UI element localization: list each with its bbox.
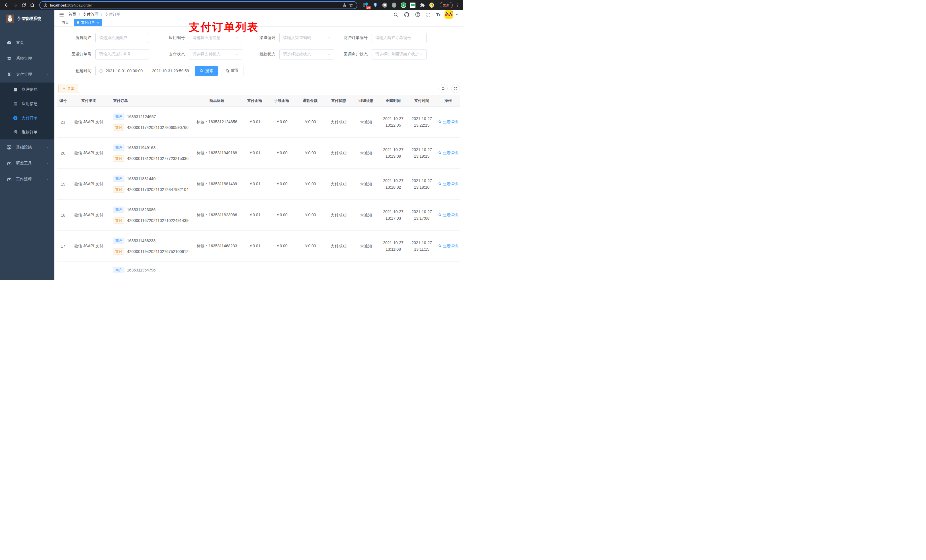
font-size-icon[interactable]: TT (436, 12, 440, 17)
sidebar-item-dev-tools[interactable]: 研发工具 (0, 155, 54, 171)
search-icon[interactable] (393, 11, 399, 18)
breadcrumb-home[interactable]: 首页 (68, 12, 76, 17)
pay-status-select[interactable]: 请选择支付状态 (189, 49, 242, 59)
view-detail-link[interactable]: 查看详情 (438, 213, 458, 218)
sidebar-fold-icon[interactable] (59, 12, 64, 17)
sidebar-item-system[interactable]: 系统管理 (0, 51, 54, 66)
extension-command-icon[interactable] (382, 2, 387, 8)
tab-label: 支付订单 (81, 20, 95, 25)
pay-status: 支付成功 (324, 151, 353, 155)
view-detail-link[interactable]: 查看详情 (438, 151, 458, 155)
back-icon[interactable] (3, 2, 10, 9)
column-header-4: 支付金额 (242, 98, 267, 103)
home-icon[interactable] (29, 2, 36, 9)
merchant-input[interactable]: 请选择所属商户 (95, 33, 149, 43)
close-icon[interactable] (97, 21, 99, 25)
extension-balloon-icon[interactable] (372, 2, 378, 8)
app-select[interactable]: 请选择应用信息 (189, 33, 242, 43)
extension-record-icon[interactable] (391, 2, 397, 8)
order-id: 17 (57, 244, 70, 248)
share-icon[interactable] (342, 3, 346, 8)
forward-icon[interactable] (11, 2, 19, 9)
sidebar-item-label: 支付管理 (16, 72, 32, 77)
reset-button[interactable]: 重置 (221, 66, 244, 76)
extension-emoji-icon[interactable] (429, 2, 434, 8)
pay-time: 2021-10-2713:11:15 (407, 240, 436, 253)
notify-status: 未通知 (353, 213, 379, 218)
refund-status-select[interactable]: 请选择退款状态 (279, 49, 334, 59)
table-body: 21微信 JSAPI 支付商户1635312124657支付4200001174… (57, 107, 460, 280)
sidebar-item-pay-order[interactable]: ¥ 支付订单 (0, 111, 54, 125)
help-icon[interactable] (415, 11, 421, 18)
refresh-button[interactable] (451, 84, 460, 93)
filter-merchant-order-no: 商户订单编号 请输入商户订单编号 (334, 33, 427, 43)
filter-label: 回调商户状态 (334, 52, 372, 57)
pay-amount: ￥0.01 (242, 119, 267, 125)
order-id: 18 (57, 213, 70, 217)
pay-order-cell: 商户1635311881440支付42000011732021102728479… (108, 175, 192, 193)
channel-code-select[interactable]: 请输入渠道编码 (279, 33, 334, 43)
tab-pay-order[interactable]: 支付订单 (74, 19, 102, 26)
create-time: 2021-10-2713:17:03 (379, 208, 407, 222)
sidebar-item-home[interactable]: 首页 (0, 35, 54, 51)
callback-status-select[interactable]: 请选择订单回调商户状态 (372, 49, 427, 59)
extension-badge: 10 (366, 6, 371, 9)
pay-status: 支付成功 (324, 213, 353, 218)
merchant-tag: 商户 (113, 145, 124, 151)
bookmark-star-icon[interactable] (349, 3, 353, 8)
sidebar-item-workflow[interactable]: 工作流程 (0, 171, 54, 187)
view-detail-link[interactable]: 查看详情 (438, 119, 458, 125)
channel-order-no-input[interactable]: 请输入渠道订单号 (95, 49, 149, 59)
extension-chat-icon[interactable] (410, 2, 416, 8)
github-icon[interactable] (404, 11, 410, 18)
order-id: 20 (57, 151, 70, 155)
sidebar-item-label: 首页 (16, 40, 24, 45)
caret-down-icon[interactable] (455, 13, 458, 16)
extension-diamond-icon[interactable]: 10 (363, 2, 369, 8)
sidebar-item-infrastructure[interactable]: 基础设施 (0, 139, 54, 155)
site-info-icon[interactable] (43, 3, 48, 8)
avatar[interactable] (445, 10, 453, 19)
extensions-puzzle-icon[interactable] (419, 2, 425, 8)
merchant-order-no-input[interactable]: 请输入商户订单编号 (372, 33, 427, 43)
toggle-search-button[interactable] (439, 84, 448, 93)
row-actions: 查看详情 (436, 119, 460, 125)
chrome-update-button[interactable]: 更新 (440, 2, 453, 8)
column-header-0: 编号 (57, 98, 70, 103)
pay-amount: ￥0.01 (242, 213, 267, 218)
url-bar[interactable]: localhost:1024/pay/order (39, 1, 357, 9)
search-button[interactable]: 搜索 (195, 66, 218, 76)
table-row: 商户1635311354796 (57, 262, 460, 280)
view-detail-link[interactable]: 查看详情 (438, 244, 458, 249)
svg-text:¥: ¥ (15, 117, 16, 119)
sidebar-item-refund-order[interactable]: 退款订单 (0, 125, 54, 139)
chevron-down-icon (46, 57, 49, 60)
breadcrumb-pay-management[interactable]: 支付管理 (83, 12, 98, 17)
tab-home[interactable]: 首页 (59, 19, 72, 26)
fullscreen-icon[interactable] (425, 11, 432, 18)
pay-status: 支付成功 (324, 181, 353, 187)
notify-status: 未通知 (353, 244, 379, 249)
date-end: 2021-10-31 23:59:59 (152, 69, 189, 73)
pay-order-cell: 商户1635311468233支付42000011942021102767521… (108, 238, 192, 255)
sidebar-item-merchant-info[interactable]: 商户信息 (0, 83, 54, 97)
sidebar-item-pay-management[interactable]: ¥ 支付管理 (0, 66, 54, 83)
reload-icon[interactable] (20, 2, 27, 9)
browser-menu-icon[interactable] (455, 3, 459, 7)
view-detail-link[interactable]: 查看详情 (438, 181, 458, 187)
pay-channel: 微信 JSAPI 支付 (70, 244, 108, 249)
toolbar-right (435, 84, 460, 93)
create-time-range-input[interactable]: 2021-10-01 00:00:00 - 2021-10-31 23:59:5… (95, 66, 190, 76)
app-logo[interactable]: 芋道管理系统 (0, 10, 54, 27)
pay-order-cell: 商户1635311823086支付42000011672021102710224… (108, 207, 192, 223)
filter-callback-status: 回调商户状态 请选择订单回调商户状态 (334, 49, 427, 59)
dashboard-icon (6, 40, 12, 45)
chevron-down-icon (419, 53, 423, 56)
export-button[interactable]: 导出 (58, 84, 78, 93)
svg-text:Y: Y (402, 4, 405, 7)
sidebar-item-app-info[interactable]: 应用信息 (0, 97, 54, 111)
breadcrumb-separator: / (101, 12, 102, 17)
chevron-down-icon (46, 146, 49, 149)
extension-y-icon[interactable]: Y (401, 2, 406, 8)
column-header-6: 退款金额 (296, 98, 324, 103)
